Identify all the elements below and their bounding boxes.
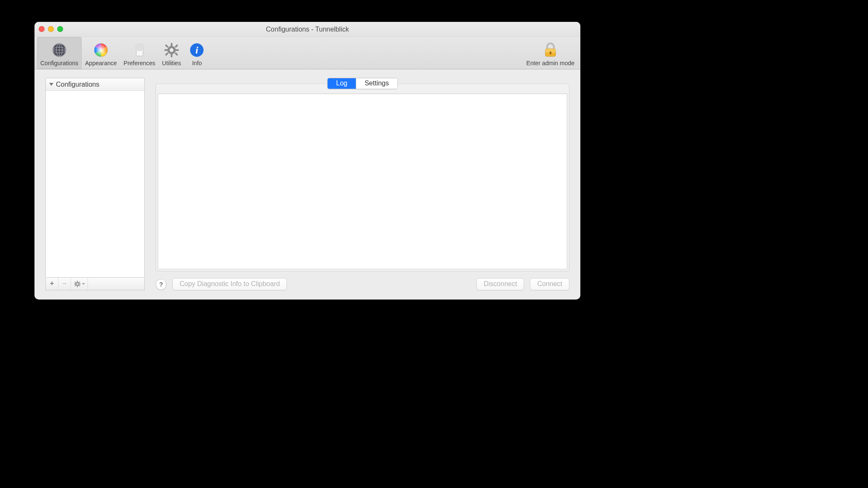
toolbar-label: Enter admin mode xyxy=(527,60,574,66)
toolbar-item-appearance[interactable]: Appearance xyxy=(82,37,120,69)
color-wheel-icon xyxy=(93,42,109,58)
minus-icon: − xyxy=(62,279,67,288)
svg-point-35 xyxy=(77,283,78,285)
svg-rect-17 xyxy=(175,44,178,48)
content: Configurations + − xyxy=(34,69,580,300)
tab-settings[interactable]: Settings xyxy=(356,78,397,89)
network-globe-icon xyxy=(51,42,67,58)
toolbar-label: Utilities xyxy=(162,60,181,66)
lock-icon xyxy=(542,42,558,58)
gear-icon xyxy=(164,42,180,58)
toolbar: Configurations xyxy=(34,37,580,69)
svg-rect-27 xyxy=(77,281,78,282)
svg-point-19 xyxy=(169,48,173,52)
copy-diagnostic-button[interactable]: Copy Diagnostic Info to Clipboard xyxy=(172,278,287,290)
toolbar-item-preferences[interactable]: Preferences xyxy=(120,37,159,69)
tab-log[interactable]: Log xyxy=(328,78,356,89)
toolbar-item-configurations[interactable]: Configurations xyxy=(37,37,82,69)
log-settings-segmented: Log Settings xyxy=(327,78,398,89)
log-panel-frame xyxy=(156,84,569,271)
switch-icon xyxy=(132,42,148,58)
svg-rect-25 xyxy=(550,53,551,55)
svg-rect-14 xyxy=(175,49,179,51)
log-textview[interactable] xyxy=(158,93,567,269)
toolbar-item-admin-mode[interactable]: Enter admin mode xyxy=(523,37,578,69)
svg-rect-29 xyxy=(74,284,76,284)
connect-button[interactable]: Connect xyxy=(530,278,569,290)
minimize-icon[interactable] xyxy=(48,26,54,32)
help-icon: ? xyxy=(159,281,163,288)
configurations-header[interactable]: Configurations xyxy=(46,78,144,91)
main-panel: Log Settings ? Copy Diagnostic Info to C… xyxy=(156,78,569,290)
toolbar-label: Appearance xyxy=(85,60,117,66)
configurations-list[interactable]: Configurations xyxy=(45,78,145,278)
sidebar-footer-spacer xyxy=(88,278,144,290)
svg-rect-30 xyxy=(79,284,81,284)
svg-rect-18 xyxy=(165,52,168,56)
close-icon[interactable] xyxy=(39,26,45,32)
sidebar: Configurations + − xyxy=(45,78,145,290)
toolbar-label: Configurations xyxy=(40,60,78,66)
plus-icon: + xyxy=(50,279,54,288)
app-window: Configurations - Tunnelblick Configurati… xyxy=(34,22,580,300)
svg-rect-9 xyxy=(138,45,142,50)
toolbar-label: Preferences xyxy=(124,60,155,66)
svg-rect-28 xyxy=(77,286,78,287)
toolbar-item-utilities[interactable]: Utilities xyxy=(159,37,184,69)
toolbar-label: Info xyxy=(192,60,202,66)
traffic-lights xyxy=(39,26,63,32)
configurations-header-label: Configurations xyxy=(56,81,99,88)
help-button[interactable]: ? xyxy=(156,279,167,290)
info-icon: i xyxy=(189,42,205,58)
add-configuration-button[interactable]: + xyxy=(46,278,58,290)
sidebar-footer: + − xyxy=(45,278,145,290)
svg-rect-13 xyxy=(164,49,168,51)
svg-text:i: i xyxy=(196,45,198,56)
disconnect-button[interactable]: Disconnect xyxy=(476,278,524,290)
svg-rect-11 xyxy=(171,43,172,46)
zoom-icon[interactable] xyxy=(57,26,63,32)
configurations-body xyxy=(46,91,144,277)
segmented-control-row: Log Settings xyxy=(156,78,569,89)
window-title: Configurations - Tunnelblick xyxy=(266,26,349,33)
toolbar-item-info[interactable]: i Info xyxy=(184,37,209,69)
remove-configuration-button[interactable]: − xyxy=(58,278,71,290)
bottom-row: ? Copy Diagnostic Info to Clipboard Disc… xyxy=(156,278,569,290)
svg-rect-12 xyxy=(171,54,172,57)
disclosure-triangle-icon[interactable] xyxy=(49,83,53,86)
svg-rect-15 xyxy=(165,44,168,48)
svg-rect-16 xyxy=(175,52,178,56)
gear-dropdown-icon xyxy=(74,281,85,287)
titlebar: Configurations - Tunnelblick xyxy=(34,22,580,37)
configuration-actions-button[interactable] xyxy=(71,278,88,290)
